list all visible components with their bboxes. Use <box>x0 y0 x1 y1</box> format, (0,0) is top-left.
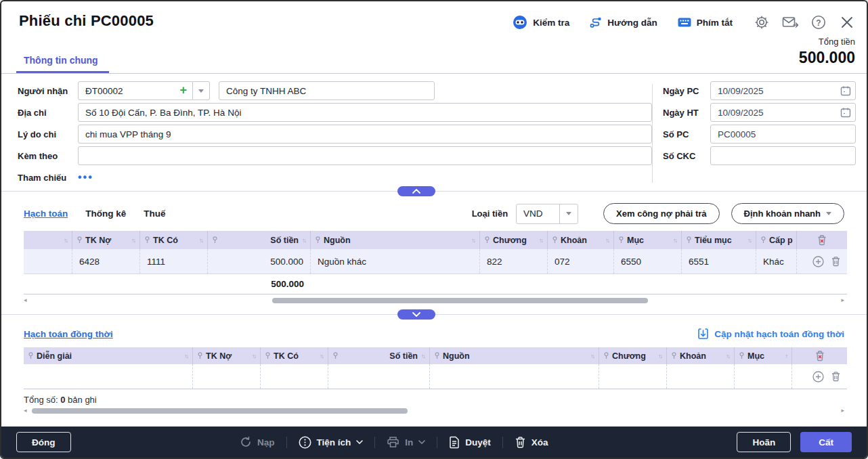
tab-statistics[interactable]: Thống kê <box>85 209 126 219</box>
column-header-cap-phat[interactable]: Cấp p <box>756 231 797 249</box>
column-header-khoan[interactable]: Khoản↑↓ <box>548 231 614 249</box>
column-header-nguon[interactable]: Nguồn↑↓ <box>311 231 480 249</box>
column-header-tk-no[interactable]: TK Nợ↑↓ <box>72 231 140 249</box>
voucher-no-input[interactable] <box>710 125 856 144</box>
cell-muc[interactable]: 6550 <box>614 249 682 274</box>
divider <box>437 437 437 448</box>
column-header-tk-co[interactable]: TK Có↑↓ <box>140 231 208 249</box>
recipient-code-input[interactable] <box>78 81 193 100</box>
recipient-combo: + <box>78 81 210 100</box>
date-ht-input[interactable] <box>710 103 856 122</box>
utilities-icon <box>299 436 311 449</box>
chevron-down-icon <box>412 312 420 317</box>
cell-cap-phat[interactable]: Khác <box>756 249 797 274</box>
scrollbar-thumb[interactable] <box>32 408 408 414</box>
scrollbar-thumb[interactable] <box>272 298 648 303</box>
column-header-nguon[interactable]: Nguồn↑↓ <box>430 347 599 364</box>
delete-button[interactable]: Xóa <box>515 436 548 448</box>
tab-accounting[interactable]: Hạch toán <box>24 209 68 219</box>
concurrent-title-link[interactable]: Hạch toán đồng thời <box>24 329 113 339</box>
recipient-dropdown-button[interactable] <box>193 81 210 100</box>
column-header-chuong[interactable]: Chương↑↓ <box>480 231 548 249</box>
delete-all-icon <box>815 350 825 362</box>
close-button[interactable] <box>838 14 856 31</box>
cell-chuong[interactable]: 822 <box>480 249 548 274</box>
pin-icon <box>333 352 338 359</box>
reason-input[interactable] <box>78 125 652 144</box>
reference-more-link[interactable]: ••• <box>78 174 93 181</box>
cell-so-tien[interactable]: 500.000 <box>208 249 311 274</box>
check-button[interactable]: Kiểm tra <box>513 15 569 30</box>
calendar-icon[interactable] <box>840 85 851 96</box>
tab-general-info[interactable]: Thông tin chung <box>16 55 109 73</box>
refresh-icon <box>240 436 252 448</box>
column-header-dien-giai[interactable]: Diễn giải↑↓ <box>24 347 193 364</box>
cell-khoan[interactable]: 072 <box>548 249 614 274</box>
scroll-left-icon[interactable]: ◂ <box>24 407 27 414</box>
tab-tax[interactable]: Thuế <box>144 209 165 219</box>
feedback-button[interactable] <box>781 14 799 31</box>
attachment-label: Kèm theo <box>18 151 78 161</box>
calendar-icon[interactable] <box>840 107 851 118</box>
column-header-muc[interactable]: Mục↑↓ <box>614 231 682 249</box>
settings-button[interactable] <box>753 14 771 31</box>
column-header-so-tien[interactable]: Số tiền↑↓ <box>208 231 311 249</box>
recipient-name-input[interactable] <box>219 81 435 100</box>
column-header-khoan[interactable]: Khoản↑↓ <box>667 347 735 364</box>
postpone-button[interactable]: Hoãn <box>737 432 791 452</box>
column-header-delete-all[interactable] <box>792 347 847 364</box>
cell-tk-co[interactable]: 1111 <box>140 249 208 274</box>
shortcut-button[interactable]: Phím tắt <box>678 18 733 28</box>
quick-posting-button[interactable]: Định khoản nhanh <box>731 203 844 224</box>
collapse-form-button[interactable] <box>397 186 435 196</box>
concurrent-hscrollbar[interactable]: ◂ ▸ <box>24 408 844 414</box>
add-row-icon[interactable] <box>812 371 824 383</box>
view-payable-debt-button[interactable]: Xem công nợ phải trả <box>603 203 720 224</box>
utilities-button[interactable]: Tiện ích <box>299 436 364 449</box>
scroll-right-icon[interactable]: ▸ <box>841 407 844 414</box>
delete-row-icon[interactable] <box>831 371 841 382</box>
delete-row-icon[interactable] <box>831 256 841 267</box>
update-concurrent-link[interactable]: Cập nhật hạch toán đồng thời <box>697 328 844 340</box>
scroll-left-icon[interactable]: ◂ <box>24 297 27 303</box>
chevron-up-icon <box>412 189 420 194</box>
address-input[interactable] <box>78 103 652 122</box>
ckc-no-input[interactable] <box>710 146 856 165</box>
accounting-table: ↑↓ TK Nợ↑↓ TK Có↑↓ Số tiền↑↓ Nguồn↑↓ Chư… <box>24 231 847 294</box>
total-amount-value: 500.000 <box>799 49 855 67</box>
column-header-so-tien[interactable]: Số tiền↑↓ <box>328 347 430 364</box>
help-button[interactable]: ? <box>810 14 827 31</box>
accounting-row[interactable]: 6428 1111 500.000 Nguồn khác 822 072 655… <box>24 249 847 274</box>
currency-select[interactable]: VND <box>516 204 578 224</box>
save-button[interactable]: Cất <box>800 432 852 452</box>
date-pc-input[interactable] <box>710 81 856 100</box>
sort-icon: ↑ <box>785 353 787 359</box>
column-header-muc[interactable]: Mục↑ <box>735 347 792 364</box>
print-button[interactable]: In <box>387 436 425 448</box>
column-header-tk-co[interactable]: TK Có↑↓ <box>261 347 328 364</box>
accounting-hscrollbar[interactable]: ◂ ▸ <box>24 298 844 303</box>
guide-button[interactable]: Hướng dẫn <box>590 16 657 28</box>
window-header: Phiếu chi PC00005 Kiểm tra Hướng dẫn Phí… <box>1 1 867 74</box>
section-divider <box>1 314 867 315</box>
column-header-chuong[interactable]: Chương↑↓ <box>599 347 667 364</box>
cell-tieu-muc[interactable]: 6551 <box>682 249 756 274</box>
ckc-no-label: Số CKC <box>663 151 710 161</box>
column-header-tieu-muc[interactable]: Tiểu mục↑↓ <box>682 231 756 249</box>
cell-tk-no[interactable]: 6428 <box>72 249 140 274</box>
add-row-icon[interactable] <box>812 256 824 267</box>
column-header-rowhandle[interactable]: ↑↓ <box>24 231 72 249</box>
add-recipient-icon[interactable]: + <box>179 84 187 96</box>
close-window-button[interactable]: Đóng <box>16 432 71 452</box>
cell-nguon[interactable]: Nguồn khác <box>311 249 480 274</box>
column-header-delete-all[interactable] <box>797 231 847 249</box>
reload-button[interactable]: Nạp <box>240 436 275 448</box>
column-header-tk-no[interactable]: TK Nợ↑↓ <box>193 347 261 364</box>
approve-button[interactable]: Duyệt <box>449 436 491 449</box>
date-ht-label: Ngày HT <box>663 108 710 118</box>
scroll-right-icon[interactable]: ▸ <box>841 297 844 303</box>
concurrent-empty-row[interactable] <box>24 364 847 389</box>
collapse-detail-button[interactable] <box>397 309 435 320</box>
attachment-input[interactable] <box>78 146 652 165</box>
currency-value: VND <box>517 204 560 223</box>
